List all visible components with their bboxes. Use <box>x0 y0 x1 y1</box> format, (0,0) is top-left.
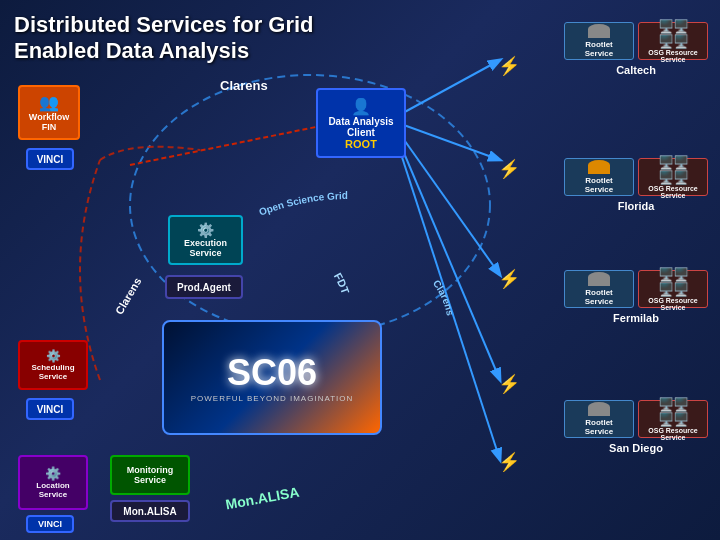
scheduling-service-box: ⚙️ Scheduling Service <box>18 340 88 390</box>
workflow-box: 👥 Workflow FIN <box>18 85 80 140</box>
sc06-area: SC06 POWERFUL BEYOND IMAGINATION <box>162 320 382 435</box>
execution-icon: ⚙️ <box>197 222 214 238</box>
mon-alisa-display: Mon.ALISA <box>224 484 300 513</box>
clarens-label-left: Clarens <box>113 276 144 317</box>
fermilab-site: RootletService 🖥️🖥️🖥️🖥️ OSG ResourceServ… <box>564 270 708 324</box>
sc06-subtitle: POWERFUL BEYOND IMAGINATION <box>191 394 354 403</box>
caltech-services: RootletService 🖥️🖥️🖥️🖥️ OSG ResourceServ… <box>564 22 708 60</box>
svg-text:FDT: FDT <box>332 271 352 296</box>
root-label: ROOT <box>345 138 377 150</box>
svg-line-5 <box>390 120 500 460</box>
vinci-box-top: VINCI <box>26 148 74 170</box>
vinci-label-bottom2: VINCI <box>38 519 62 529</box>
florida-osg-box: 🖥️🖥️🖥️🖥️ OSG ResourceService <box>638 158 708 196</box>
svg-text:⚡: ⚡ <box>498 158 521 180</box>
caltech-osg-box: 🖥️🖥️🖥️🖥️ OSG ResourceService <box>638 22 708 60</box>
fermilab-rootlet-box: RootletService <box>564 270 634 308</box>
vinci-label-top: VINCI <box>37 154 64 165</box>
florida-site: RootletService 🖥️🖥️🖥️🖥️ OSG ResourceServ… <box>564 158 708 212</box>
prod-agent-label: Prod.Agent <box>177 282 231 293</box>
data-analysis-client-box: 👤 Data Analysis Client ROOT <box>316 88 406 158</box>
svg-line-4 <box>390 120 500 380</box>
monitoring-label: Monitoring Service <box>118 465 182 485</box>
svg-text:⚡: ⚡ <box>498 268 521 290</box>
execution-label: Execution Service <box>184 238 227 258</box>
sandiego-services: RootletService 🖥️🖥️🖥️🖥️ OSG ResourceServ… <box>564 400 708 438</box>
scheduling-label: Scheduling Service <box>31 363 74 381</box>
florida-services: RootletService 🖥️🖥️🖥️🖥️ OSG ResourceServ… <box>564 158 708 196</box>
vinci-label-bottom: VINCI <box>37 404 64 415</box>
workflow-icon: 👥 <box>39 93 59 112</box>
fermilab-osg-box: 🖥️🖥️🖥️🖥️ OSG ResourceService <box>638 270 708 308</box>
svg-text:⚡: ⚡ <box>498 55 521 77</box>
svg-text:Clarens: Clarens <box>431 278 456 317</box>
data-analysis-label: Data Analysis Client <box>328 116 393 138</box>
monitoring-service-box: Monitoring Service <box>110 455 190 495</box>
sc06-logo: SC06 <box>227 352 317 394</box>
client-icon: 👤 <box>351 97 371 116</box>
execution-service-box: ⚙️ Execution Service <box>168 215 243 265</box>
prod-agent-box: Prod.Agent <box>165 275 243 299</box>
svg-text:⚡: ⚡ <box>498 373 521 395</box>
svg-text:⚡: ⚡ <box>498 451 521 473</box>
scheduling-icon: ⚙️ <box>46 349 61 363</box>
fermilab-label: Fermilab <box>613 312 659 324</box>
location-icon: ⚙️ <box>45 466 61 481</box>
svg-text:Open Science Grid: Open Science Grid <box>258 190 348 217</box>
caltech-label: Caltech <box>616 64 656 76</box>
sandiego-site: RootletService 🖥️🖥️🖥️🖥️ OSG ResourceServ… <box>564 400 708 454</box>
caltech-site: RootletService 🖥️🖥️🖥️🖥️ OSG ResourceServ… <box>564 22 708 76</box>
vinci-box-bottom: VINCI <box>26 398 74 420</box>
florida-rootlet-box: RootletService <box>564 158 634 196</box>
caltech-computers-icon: 🖥️🖥️🖥️🖥️ <box>658 19 688 49</box>
page-title-line1: Distributed Services for Grid <box>14 12 314 38</box>
svg-line-3 <box>390 120 500 275</box>
page-title-line2: Enabled Data Analysis <box>14 38 314 64</box>
florida-label: Florida <box>618 200 655 212</box>
mon-alisa-label: Mon.ALISA <box>123 506 176 517</box>
sandiego-label: San Diego <box>609 442 663 454</box>
title-area: Distributed Services for Grid Enabled Da… <box>14 12 314 65</box>
workflow-label: Workflow <box>29 112 69 122</box>
svg-line-2 <box>390 120 500 160</box>
fermilab-computers-icon: 🖥️🖥️🖥️🖥️ <box>658 267 688 297</box>
main-background: Distributed Services for Grid Enabled Da… <box>0 0 720 540</box>
clarens-label-top: Clarens <box>220 78 268 93</box>
location-service-box: ⚙️ Location Service <box>18 455 88 510</box>
caltech-rootlet-box: RootletService <box>564 22 634 60</box>
florida-computers-icon: 🖥️🖥️🖥️🖥️ <box>658 155 688 185</box>
svg-line-1 <box>390 60 500 120</box>
sandiego-computers-icon: 🖥️🖥️🖥️🖥️ <box>658 397 688 427</box>
mon-alisa-box: Mon.ALISA <box>110 500 190 522</box>
sandiego-osg-box: 🖥️🖥️🖥️🖥️ OSG ResourceService <box>638 400 708 438</box>
location-label: Location Service <box>36 481 69 499</box>
fin-label: FIN <box>42 122 57 132</box>
fermilab-services: RootletService 🖥️🖥️🖥️🖥️ OSG ResourceServ… <box>564 270 708 308</box>
sandiego-rootlet-box: RootletService <box>564 400 634 438</box>
vinci-box-bottom2: VINCI <box>26 515 74 533</box>
